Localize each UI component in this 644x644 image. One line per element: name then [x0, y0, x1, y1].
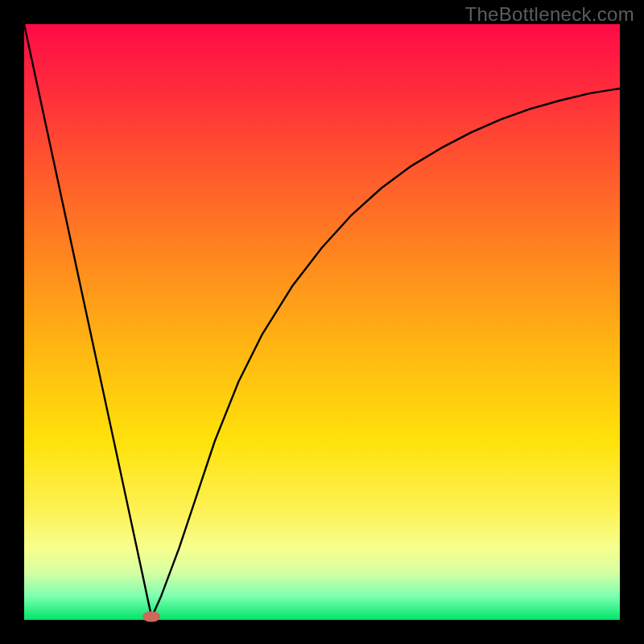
chart-frame: TheBottleneck.com	[0, 0, 644, 644]
plot-area	[24, 24, 620, 620]
curve-layer	[24, 24, 620, 620]
bottleneck-curve	[24, 24, 620, 617]
minimum-marker	[142, 611, 160, 621]
watermark-text: TheBottleneck.com	[464, 3, 634, 26]
